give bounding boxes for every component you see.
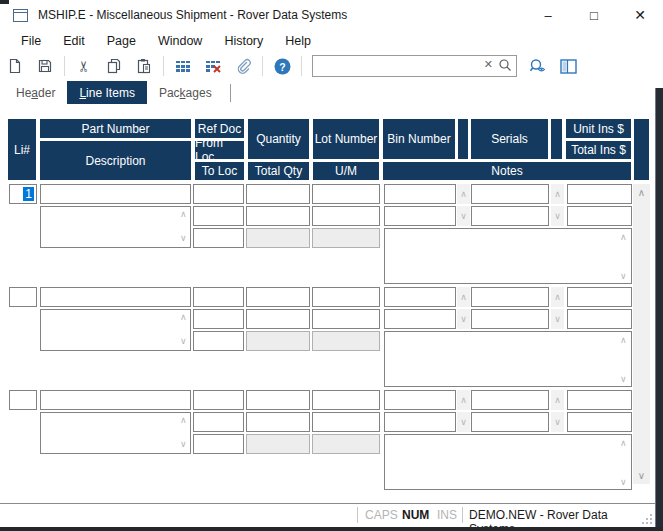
notes-scroll-down-icon[interactable]: ∨ [620, 272, 627, 281]
description-textarea[interactable] [40, 412, 191, 454]
cut-icon[interactable]: ✂ [72, 53, 96, 79]
paste-icon[interactable] [131, 54, 157, 78]
unit-ins-input[interactable] [567, 287, 632, 307]
lot-number-secondary-input[interactable] [312, 412, 380, 432]
li-number-field[interactable] [9, 390, 37, 410]
li-number-field[interactable]: 1 [9, 184, 37, 204]
notes-scroll-down-icon[interactable]: ∨ [620, 375, 627, 384]
description-textarea[interactable] [40, 309, 191, 351]
quantity-secondary-input[interactable] [246, 309, 310, 329]
bin-number-secondary-input[interactable] [384, 309, 456, 329]
quantity-secondary-input[interactable] [246, 412, 310, 432]
panel-layout-icon[interactable] [555, 54, 581, 78]
total-ins-input[interactable] [567, 309, 632, 329]
notes-textarea[interactable] [384, 228, 632, 284]
attachment-icon[interactable] [230, 54, 256, 78]
to-loc-input[interactable] [193, 228, 244, 248]
menu-item-page[interactable]: Page [96, 32, 147, 50]
bin-number-input[interactable] [384, 287, 456, 307]
minimize-button[interactable]: – [525, 0, 571, 30]
vertical-scrollbar[interactable]: ∧ ∨ [633, 184, 650, 484]
to-loc-input[interactable] [193, 331, 244, 351]
lot-number-input[interactable] [312, 390, 380, 410]
serials-secondary-input[interactable] [471, 206, 549, 226]
description-textarea[interactable] [40, 206, 191, 248]
serials-spinner-down-icon[interactable]: ∨ [551, 206, 564, 226]
bin-spinner-up-icon[interactable]: ∧ [457, 184, 470, 204]
menu-item-edit[interactable]: Edit [52, 32, 96, 50]
notes-scroll-down-icon[interactable]: ∨ [620, 478, 627, 487]
bin-spinner-down-icon[interactable]: ∨ [457, 412, 470, 432]
bin-number-input[interactable] [384, 184, 456, 204]
notes-textarea[interactable] [384, 331, 632, 387]
part-number-input[interactable] [40, 287, 191, 307]
bin-number-secondary-input[interactable] [384, 206, 456, 226]
insert-row-icon[interactable] [170, 54, 196, 78]
description-scroll-down-icon[interactable]: ∨ [180, 337, 187, 346]
quantity-input[interactable] [246, 184, 310, 204]
notes-textarea[interactable] [384, 434, 632, 490]
lot-number-input[interactable] [312, 287, 380, 307]
part-number-input[interactable] [40, 390, 191, 410]
tab-header[interactable]: Header [4, 81, 67, 104]
lookup-icon[interactable] [525, 54, 551, 78]
notes-scroll-up-icon[interactable]: ∧ [620, 233, 627, 242]
quantity-input[interactable] [246, 287, 310, 307]
serials-spinner-up-icon[interactable]: ∧ [551, 390, 564, 410]
ref-doc-input[interactable] [193, 390, 244, 410]
to-loc-input[interactable] [193, 434, 244, 454]
save-icon[interactable] [32, 54, 58, 78]
scroll-up-icon[interactable]: ∧ [633, 184, 650, 201]
notes-scroll-up-icon[interactable]: ∧ [620, 439, 627, 448]
quantity-input[interactable] [246, 390, 310, 410]
from-loc-input[interactable] [193, 412, 244, 432]
from-loc-input[interactable] [193, 309, 244, 329]
copy-icon[interactable] [101, 54, 127, 78]
tab-packages[interactable]: Packages [147, 81, 224, 104]
menu-item-help[interactable]: Help [274, 32, 322, 50]
from-loc-input[interactable] [193, 206, 244, 226]
serials-spinner-down-icon[interactable]: ∨ [551, 309, 564, 329]
description-scroll-down-icon[interactable]: ∨ [180, 234, 187, 243]
serials-secondary-input[interactable] [471, 412, 549, 432]
serials-spinner-down-icon[interactable]: ∨ [551, 412, 564, 432]
scroll-down-icon[interactable]: ∨ [633, 467, 650, 484]
clear-search-icon[interactable]: ✕ [484, 58, 493, 71]
maximize-button[interactable]: □ [571, 0, 617, 30]
new-document-icon[interactable] [2, 54, 28, 78]
serials-input[interactable] [471, 287, 549, 307]
resize-grip[interactable] [642, 514, 652, 524]
tab-line-items[interactable]: Line Items [67, 81, 146, 104]
part-number-input[interactable] [40, 184, 191, 204]
serials-secondary-input[interactable] [471, 309, 549, 329]
lot-number-input[interactable] [312, 184, 380, 204]
serials-input[interactable] [471, 184, 549, 204]
description-scroll-down-icon[interactable]: ∨ [180, 440, 187, 449]
serials-input[interactable] [471, 390, 549, 410]
ref-doc-input[interactable] [193, 184, 244, 204]
serials-spinner-up-icon[interactable]: ∧ [551, 184, 564, 204]
bin-number-secondary-input[interactable] [384, 412, 456, 432]
total-ins-input[interactable] [567, 412, 632, 432]
quantity-secondary-input[interactable] [246, 206, 310, 226]
menu-item-history[interactable]: History [213, 32, 274, 50]
bin-spinner-down-icon[interactable]: ∨ [457, 206, 470, 226]
notes-scroll-up-icon[interactable]: ∧ [620, 336, 627, 345]
menu-item-window[interactable]: Window [147, 32, 213, 50]
li-number-field[interactable] [9, 287, 37, 307]
total-ins-input[interactable] [567, 206, 632, 226]
unit-ins-input[interactable] [567, 390, 632, 410]
bin-spinner-up-icon[interactable]: ∧ [457, 390, 470, 410]
lot-number-secondary-input[interactable] [312, 206, 380, 226]
help-icon[interactable]: ? [269, 54, 295, 78]
bin-number-input[interactable] [384, 390, 456, 410]
menu-item-file[interactable]: File [10, 32, 52, 50]
lot-number-secondary-input[interactable] [312, 309, 380, 329]
ref-doc-input[interactable] [193, 287, 244, 307]
unit-ins-input[interactable] [567, 184, 632, 204]
delete-row-icon[interactable] [200, 54, 226, 78]
close-button[interactable]: ✕ [617, 0, 663, 30]
search-icon[interactable] [498, 58, 512, 72]
bin-spinner-down-icon[interactable]: ∨ [457, 309, 470, 329]
bin-spinner-up-icon[interactable]: ∧ [457, 287, 470, 307]
